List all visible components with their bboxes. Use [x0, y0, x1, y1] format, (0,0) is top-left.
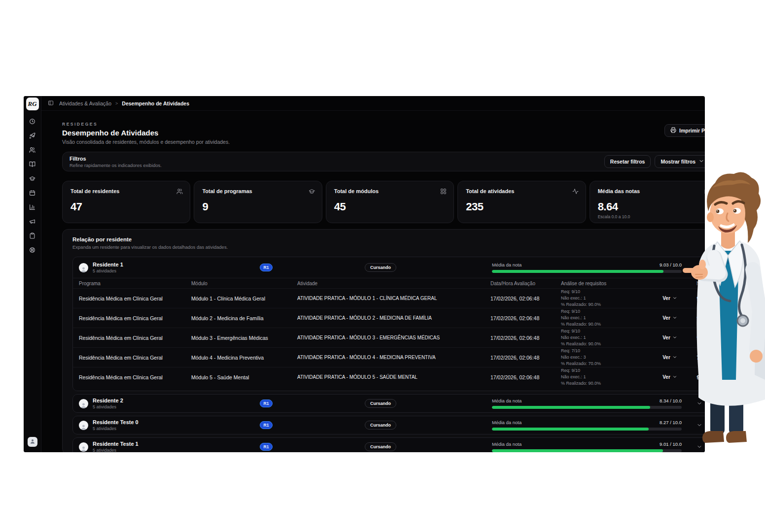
col-header: Análise de requisitos: [561, 281, 658, 286]
print-pdf-button[interactable]: Imprimir PDF: [664, 124, 705, 137]
status-badge: Cursando: [365, 263, 396, 272]
sidebar-item-launch[interactable]: [27, 131, 38, 141]
sidebar-item-evaluations[interactable]: [27, 231, 38, 241]
resident-group-expanded: Residente 1 5 atividades R1 Cursando Méd…: [72, 257, 705, 391]
page-subtitle: Visão consolidada de residentes, módulos…: [62, 139, 230, 145]
modulo-cell: Módulo 4 - Medicina Preventiva: [191, 355, 297, 361]
sidebar-item-education[interactable]: [27, 174, 38, 184]
stat-label: Total de residentes: [70, 188, 182, 194]
sidebar-toggle-button[interactable]: [46, 99, 55, 108]
calendar-icon: [29, 189, 35, 198]
clock-icon: [29, 118, 35, 127]
modulo-cell: Módulo 3 - Emergências Médicas: [191, 335, 297, 341]
doctor-hair: [707, 172, 761, 243]
resident-row[interactable]: Residente Teste 1 5 atividades R1 Cursan…: [72, 437, 705, 452]
breadcrumb-section[interactable]: Atividades & Avaliação: [59, 100, 111, 106]
data-cell: 17/02/2026, 02:06:48: [490, 335, 561, 341]
resident-avatar: [79, 442, 88, 452]
filters-subtitle: Refine rapidamente os indicadores exibid…: [70, 163, 162, 168]
users-round-icon: [176, 188, 183, 197]
megaphone-icon: [29, 218, 35, 227]
activity-row: Residência Médica em Clínica Geral Módul…: [73, 328, 705, 347]
stat-label: Média das notas: [598, 188, 705, 194]
nota-cell: 9.12: [682, 374, 705, 380]
breadcrumb-separator: >: [115, 101, 118, 106]
resident-level-badge: R1: [260, 399, 273, 407]
resident-activities-count: 5 atividades: [93, 268, 123, 273]
ver-button[interactable]: Ver: [662, 296, 677, 301]
resident-row[interactable]: Residente 1 5 atividades R1 Cursando Méd…: [73, 257, 705, 278]
user-avatar[interactable]: [28, 437, 37, 447]
stat-label: Total de atividades: [466, 188, 577, 194]
resident-avatar: [79, 399, 88, 408]
col-header: Data/Hora Avaliação: [490, 281, 561, 286]
sidebar-item-settings[interactable]: [27, 245, 38, 256]
nota-cell: 7.24: [682, 355, 705, 361]
programa-cell: Residência Médica em Clínica Geral: [79, 296, 191, 301]
users-icon: [29, 146, 35, 155]
avg-grade-bar: [492, 428, 682, 431]
panel-left-icon: [48, 99, 54, 108]
col-header: Atividade: [297, 281, 490, 286]
chevron-down-icon: [672, 296, 677, 301]
stat-card-programs: Total de programas 9: [194, 181, 322, 223]
atividade-cell: ATIVIDADE PRATICA - MÓDULO 4 - MEDICINA …: [297, 355, 490, 360]
chevron-down-icon[interactable]: [696, 422, 702, 428]
sidebar-item-announcements[interactable]: [27, 217, 38, 227]
activity-icon: [572, 188, 579, 197]
activities-table-header: Programa Módulo Atividade Data/Hora Aval…: [73, 278, 705, 288]
programa-cell: Residência Médica em Clínica Geral: [79, 374, 191, 380]
requisitos-cell: Req: 7/10Não exec.: 3% Realizado: 70.0%: [561, 348, 658, 367]
resident-row[interactable]: Residente Teste 0 5 atividades R1 Cursan…: [72, 416, 705, 434]
resident-avatar: [79, 421, 88, 430]
ver-button[interactable]: Ver: [662, 315, 677, 321]
clipboard-list-icon: [704, 188, 705, 197]
activity-row: Residência Médica em Clínica Geral Módul…: [73, 288, 705, 308]
col-header: Módulo: [191, 281, 297, 286]
avg-grade-value: 9.01 / 10.0: [660, 441, 682, 447]
ver-button[interactable]: Ver: [662, 355, 677, 361]
stat-value: 9: [202, 200, 313, 213]
programa-cell: Residência Médica em Clínica Geral: [79, 335, 191, 341]
nota-cell: 9.75: [682, 315, 705, 321]
stat-label: Total de módulos: [334, 188, 446, 194]
ver-button[interactable]: Ver: [662, 374, 677, 380]
data-cell: 17/02/2026, 02:06:48: [490, 374, 561, 380]
doctor-coat: [696, 241, 765, 406]
chevron-down-icon[interactable]: [696, 400, 702, 406]
show-filters-button[interactable]: Mostrar filtros: [655, 155, 705, 168]
status-badge: Cursando: [365, 421, 396, 430]
resident-activities-count: 5 atividades: [93, 448, 139, 452]
avg-grade-label: Média da nota: [492, 262, 522, 267]
resident-activities-count: 5 atividades: [93, 404, 123, 409]
resident-row[interactable]: Residente 2 5 atividades R1 Cursando Méd…: [72, 394, 705, 413]
resident-level-badge: R1: [260, 443, 273, 451]
avg-grade-label: Média da nota: [492, 420, 522, 425]
requisitos-cell: Req: 9/10Não exec.: 1% Realizado: 90.0%: [561, 328, 658, 347]
stat-value: 8.64: [598, 200, 705, 213]
sidebar-item-dashboard[interactable]: [27, 117, 38, 127]
reset-filters-button[interactable]: Resetar filtros: [604, 155, 651, 168]
ver-button[interactable]: Ver: [662, 335, 677, 341]
avg-grade-value: 8.34 / 10.0: [660, 398, 682, 403]
activity-row: Residência Médica em Clínica Geral Módul…: [73, 367, 705, 387]
sidebar-item-schedule[interactable]: [27, 188, 38, 199]
stat-card-residents: Total de residentes 47: [62, 181, 190, 223]
stat-card-modules: Total de módulos 45: [326, 181, 454, 223]
stat-note: Escala 0.0 a 10.0: [598, 214, 705, 219]
rocket-icon: [29, 132, 35, 141]
sidebar-item-programs[interactable]: [27, 160, 38, 170]
sidebar-item-residents[interactable]: [27, 145, 38, 156]
chevron-up-icon[interactable]: [696, 265, 702, 270]
breadcrumb-current: Desempenho de Atividades: [122, 100, 189, 106]
stat-card-activities: Total de atividades 235: [457, 181, 586, 223]
resident-name: Residente 2: [93, 398, 123, 403]
resident-name: Residente 1: [93, 262, 123, 267]
app-logo[interactable]: RG: [26, 98, 39, 110]
breadcrumb: Atividades & Avaliação > Desempenho de A…: [41, 96, 705, 111]
sidebar-item-reports[interactable]: [27, 202, 38, 213]
stat-value: 235: [466, 200, 577, 213]
sidebar: RG: [24, 96, 41, 452]
atividade-cell: ATIVIDADE PRATICA - MÓDULO 1 - CLÍNICA M…: [297, 296, 490, 301]
chevron-down-icon[interactable]: [696, 444, 702, 450]
